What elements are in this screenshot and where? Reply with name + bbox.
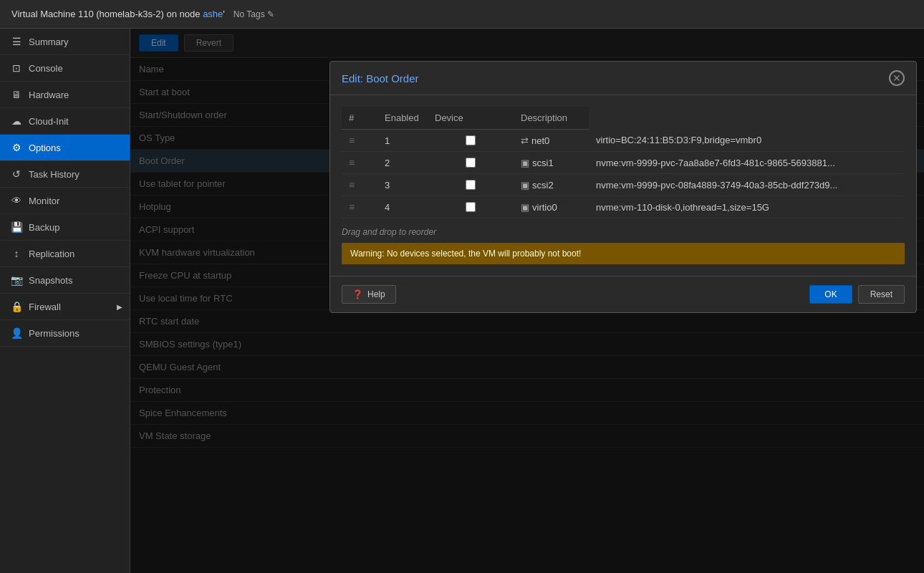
device-cell: ▣virtio0 <box>514 196 589 218</box>
tags-edit-icon: ✎ <box>267 9 274 19</box>
help-icon: ❓ <box>352 289 363 299</box>
sidebar-item-monitor[interactable]: 👁 Monitor <box>0 188 130 214</box>
description-cell: nvme:vm-9999-pvc-08fa4889-3749-40a3-85cb… <box>589 174 905 196</box>
warning-bar: Warning: No devices selected, the VM wil… <box>342 243 905 264</box>
replication-icon: ↕ <box>10 248 23 259</box>
ok-button[interactable]: OK <box>809 285 852 304</box>
sidebar-item-snapshots[interactable]: 📷 Snapshots <box>0 267 130 294</box>
modal-body: # Enabled Device Description ≡ 1 <box>330 95 916 276</box>
sidebar-item-label: Options <box>29 143 61 153</box>
sidebar-item-cloud-init[interactable]: ☁ Cloud-Init <box>0 108 130 135</box>
description-cell: nvme:vm-110-disk-0,iothread=1,size=15G <box>589 196 905 218</box>
row-num: 1 <box>377 130 428 152</box>
network-icon: ⇄ <box>521 135 529 146</box>
sidebar-item-backup[interactable]: 💾 Backup <box>0 214 130 241</box>
hardware-icon: 🖥 <box>10 89 23 100</box>
sidebar-item-label: Backup <box>29 222 59 233</box>
sidebar-item-options[interactable]: ⚙ Options <box>0 135 130 161</box>
help-label: Help <box>367 289 385 299</box>
main-content: Edit Revert Name homelab-k3s-2 Start at … <box>130 29 924 573</box>
sidebar-item-label: Cloud-Init <box>29 116 69 127</box>
enabled-checkbox[interactable] <box>466 180 476 190</box>
sidebar-item-label: Summary <box>29 37 69 47</box>
device-cell: ⇄net0 <box>514 130 589 152</box>
enabled-cell <box>428 152 514 174</box>
sidebar-item-hardware[interactable]: 🖥 Hardware <box>0 82 130 108</box>
sidebar-item-label: Firewall <box>29 302 61 312</box>
device-cell: ▣scsi1 <box>514 152 589 174</box>
enabled-cell <box>428 174 514 196</box>
sidebar-item-label: Replication <box>29 249 74 259</box>
table-row: ≡ 2 ▣scsi1 nvme:vm-9999-pvc-7aa8a8e7-6fd… <box>342 152 905 174</box>
col-header-description: Description <box>514 107 589 130</box>
chevron-right-icon: ▶ <box>117 303 122 311</box>
drag-drop-note: Drag and drop to reorder <box>342 227 905 237</box>
drag-handle-cell: ≡ <box>342 130 377 152</box>
modal-title: Edit: Boot Order <box>342 72 419 85</box>
table-row: ≡ 1 ⇄net0 virtio=BC:24:11:B5:D3:F9,bridg… <box>342 130 905 152</box>
sidebar-item-label: Permissions <box>29 328 80 339</box>
sidebar-item-label: Monitor <box>29 196 59 206</box>
reset-button[interactable]: Reset <box>858 285 905 304</box>
boot-order-table: # Enabled Device Description ≡ 1 <box>342 107 905 218</box>
vm-title-text: Virtual Machine 110 (homelab-k3s-2) on n… <box>11 9 203 19</box>
footer-actions: OK Reset <box>809 285 905 304</box>
cloud-init-icon: ☁ <box>10 115 23 127</box>
summary-icon: ☰ <box>10 36 23 47</box>
row-num: 4 <box>377 196 428 218</box>
sidebar-item-console[interactable]: ⊡ Console <box>0 55 130 82</box>
modal-close-button[interactable]: ✕ <box>889 70 905 86</box>
page-title: Virtual Machine 110 (homelab-k3s-2) on n… <box>11 9 225 19</box>
modal-header: Edit: Boot Order ✕ <box>330 62 916 95</box>
sidebar-item-label: Hardware <box>29 90 69 100</box>
sidebar-item-permissions[interactable]: 👤 Permissions <box>0 320 130 347</box>
drag-handle-cell: ≡ <box>342 196 377 218</box>
modal-overlay: Edit: Boot Order ✕ # Enabled Device Desc… <box>130 29 924 573</box>
disk-icon: ▣ <box>521 180 529 191</box>
permissions-icon: 👤 <box>10 327 23 339</box>
drag-handle-icon[interactable]: ≡ <box>349 201 355 213</box>
col-header-enabled: Enabled <box>377 107 428 130</box>
device-cell: ▣scsi2 <box>514 174 589 196</box>
drag-handle-icon[interactable]: ≡ <box>349 135 355 146</box>
disk-icon: ▣ <box>521 202 529 213</box>
backup-icon: 💾 <box>10 221 23 233</box>
sidebar-item-label: Console <box>29 63 63 74</box>
tags-label: No Tags <box>234 9 265 19</box>
enabled-checkbox[interactable] <box>466 135 476 145</box>
sidebar-item-label: Snapshots <box>29 275 72 286</box>
sidebar-item-firewall[interactable]: 🔒 Firewall ▶ <box>0 294 130 320</box>
col-header-device: Device <box>428 107 514 130</box>
sidebar-item-task-history[interactable]: ↺ Task History <box>0 161 130 188</box>
drag-handle-icon[interactable]: ≡ <box>349 179 355 191</box>
enabled-cell <box>428 196 514 218</box>
options-icon: ⚙ <box>10 142 23 153</box>
table-row: ≡ 4 ▣virtio0 nvme:vm-110-disk-0,iothread… <box>342 196 905 218</box>
monitor-icon: 👁 <box>10 195 23 206</box>
node-name: ashe <box>203 9 223 19</box>
drag-handle-cell: ≡ <box>342 174 377 196</box>
enabled-checkbox[interactable] <box>466 158 476 168</box>
modal-footer: ❓ Help OK Reset <box>330 276 916 312</box>
enabled-checkbox[interactable] <box>466 202 476 212</box>
disk-icon: ▣ <box>521 158 529 168</box>
col-header-hash: # <box>342 107 377 130</box>
description-cell: virtio=BC:24:11:B5:D3:F9,bridge=vmbr0 <box>589 130 905 152</box>
main-layout: ☰ Summary ⊡ Console 🖥 Hardware ☁ Cloud-I… <box>0 29 924 573</box>
row-num: 3 <box>377 174 428 196</box>
row-num: 2 <box>377 152 428 174</box>
task-history-icon: ↺ <box>10 168 23 180</box>
sidebar-item-label: Task History <box>29 169 80 180</box>
table-row: ≡ 3 ▣scsi2 nvme:vm-9999-pvc-08fa4889-374… <box>342 174 905 196</box>
firewall-icon: 🔒 <box>10 301 23 312</box>
help-button[interactable]: ❓ Help <box>342 285 396 304</box>
drag-handle-icon[interactable]: ≡ <box>349 157 355 168</box>
drag-handle-cell: ≡ <box>342 152 377 174</box>
sidebar-item-replication[interactable]: ↕ Replication <box>0 241 130 267</box>
console-icon: ⊡ <box>10 62 23 74</box>
sidebar-item-summary[interactable]: ☰ Summary <box>0 29 130 55</box>
sidebar: ☰ Summary ⊡ Console 🖥 Hardware ☁ Cloud-I… <box>0 29 130 573</box>
tags-badge[interactable]: No Tags ✎ <box>234 9 274 19</box>
snapshots-icon: 📷 <box>10 274 23 286</box>
enabled-cell <box>428 130 514 152</box>
